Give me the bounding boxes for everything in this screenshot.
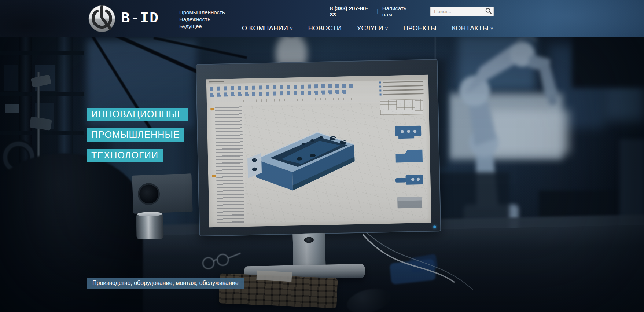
equipment-lens xyxy=(139,184,159,204)
cad-canvas xyxy=(243,102,428,223)
nav-item-services[interactable]: УСЛУГИ ˅ xyxy=(357,25,388,32)
company-logo-text[interactable]: B-ID xyxy=(121,10,159,27)
folder-icon xyxy=(210,108,214,110)
hero-title-line: ПРОМЫШЛЕННЫЕ xyxy=(87,128,184,142)
page: ИННОВАЦИОННЫЕ ПРОМЫШЛЕННЫЕ ТЕХНОЛОГИИ Пр… xyxy=(0,0,644,312)
shelf-box xyxy=(4,65,18,91)
chevron-down-icon: ˅ xyxy=(490,26,493,32)
folder-icon xyxy=(212,175,216,177)
cad-ruler xyxy=(243,98,353,102)
search-icon xyxy=(485,7,492,15)
chevron-down-icon: ˅ xyxy=(290,26,293,32)
hero-section: ИННОВАЦИОННЫЕ ПРОМЫШЛЕННЫЕ ТЕХНОЛОГИИ Пр… xyxy=(0,0,644,312)
hero-title-line: ТЕХНОЛОГИИ xyxy=(87,149,163,162)
tagline: Промышленность Надежность Будущее xyxy=(179,9,225,30)
nav-item-label: НОВОСТИ xyxy=(308,25,342,32)
shelf xyxy=(0,131,84,135)
cad-toolbar xyxy=(210,84,353,91)
nav-item-label: О КОМПАНИИ xyxy=(242,25,288,32)
cad-screen xyxy=(206,75,431,228)
nav-item-label: ПРОЕКТЫ xyxy=(403,25,437,32)
cad-3d-part xyxy=(244,122,370,202)
shelf xyxy=(0,92,84,96)
hero-caption: Производство, оборудование, монтаж, обсл… xyxy=(87,278,244,289)
metal-beaker xyxy=(136,214,163,239)
phone-number[interactable]: 8 (383) 207-80-83 xyxy=(330,5,373,18)
shelf xyxy=(0,51,84,55)
cad-mini-part xyxy=(394,170,426,188)
site-header: B-ID Промышленность Надежность Будущее 8… xyxy=(0,0,644,37)
cad-model-tree xyxy=(210,106,244,224)
nav-item-contacts[interactable]: КОНТАКТЫ ˅ xyxy=(452,25,493,32)
tagline-line: Надежность xyxy=(179,16,225,23)
cad-toolbar xyxy=(210,90,346,97)
cad-parameter-table xyxy=(380,99,423,115)
header-top-row: 8 (383) 207-80-83 | Написать нам xyxy=(330,7,494,16)
cad-mini-part xyxy=(393,123,424,142)
search-button[interactable] xyxy=(484,7,493,15)
tagline-line: Промышленность xyxy=(179,9,225,16)
separator: | xyxy=(377,8,378,14)
main-nav: О КОМПАНИИ ˅ НОВОСТИ УСЛУГИ ˅ ПРОЕКТЫ КО… xyxy=(242,23,493,33)
shelf-label xyxy=(5,104,19,113)
nav-item-label: КОНТАКТЫ xyxy=(452,25,489,32)
hero-title: ИННОВАЦИОННЫЕ ПРОМЫШЛЕННЫЕ ТЕХНОЛОГИИ xyxy=(87,108,188,169)
cad-mini-part xyxy=(394,193,426,212)
nav-item-company[interactable]: О КОМПАНИИ ˅ xyxy=(242,25,293,32)
nav-item-label: УСЛУГИ xyxy=(357,25,383,32)
cad-part-previews xyxy=(393,123,426,212)
cable xyxy=(352,227,491,304)
paper-note xyxy=(256,271,292,282)
chevron-down-icon: ˅ xyxy=(385,26,388,32)
cad-mini-part xyxy=(393,146,425,165)
company-logo-icon[interactable] xyxy=(88,5,116,33)
hero-title-line: ИННОВАЦИОННЫЕ xyxy=(87,108,188,121)
nav-item-projects[interactable]: ПРОЕКТЫ xyxy=(403,25,437,32)
monitor-bezel xyxy=(196,59,441,236)
cad-properties-panel xyxy=(379,81,424,96)
monitor-stand-neck xyxy=(292,233,325,270)
nav-item-news[interactable]: НОВОСТИ xyxy=(308,25,342,32)
search-box xyxy=(430,7,494,16)
background-dark-corner xyxy=(572,33,644,88)
equipment-box xyxy=(132,173,193,214)
tagline-line: Будущее xyxy=(179,23,225,30)
write-us-link[interactable]: Написать нам xyxy=(382,5,417,18)
